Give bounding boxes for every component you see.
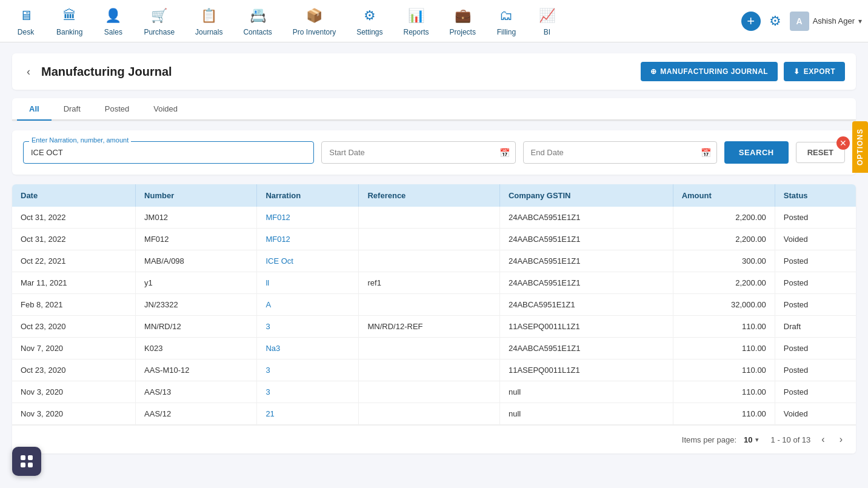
chevron-down-icon: ▾ xyxy=(858,17,862,25)
user-avatar: A xyxy=(790,12,809,31)
tab-voided[interactable]: Voided xyxy=(141,98,190,121)
gear-icon[interactable]: ⚙ xyxy=(769,13,781,29)
search-button[interactable]: SEARCH xyxy=(724,141,789,164)
start-date-input[interactable] xyxy=(321,141,515,164)
per-page-value: 10 xyxy=(744,435,752,444)
cell-gstin: null xyxy=(499,381,673,403)
nav-label-contacts: Contacts xyxy=(243,28,272,36)
col-number: Number xyxy=(136,184,257,207)
cell-narration[interactable]: 3 xyxy=(257,359,359,381)
cell-narration[interactable]: 3 xyxy=(257,316,359,338)
cell-amount: 110.00 xyxy=(673,381,775,403)
page-info: 1 - 10 of 13 xyxy=(771,435,811,444)
per-page-select[interactable]: 10 ▾ xyxy=(744,435,758,444)
table-header-row: Date Number Narration Reference Company … xyxy=(12,184,856,207)
cell-status: Posted xyxy=(775,250,856,272)
top-nav: 🖥 Desk 🏛 Banking 👤 Sales 🛒 Purchase 📋 Jo… xyxy=(0,0,868,42)
cell-amount: 300.00 xyxy=(673,250,775,272)
add-button[interactable]: + xyxy=(741,12,761,31)
banking-icon: 🏛 xyxy=(60,6,79,25)
cell-gstin: 24AABCA5951E1Z1 xyxy=(499,229,673,250)
next-page-button[interactable]: › xyxy=(836,433,846,446)
nav-item-contacts[interactable]: 📇 Contacts xyxy=(233,1,281,41)
grid-icon-button[interactable] xyxy=(12,447,41,476)
col-gstin: Company GSTIN xyxy=(499,184,673,207)
nav-item-bi[interactable]: 📈 BI xyxy=(527,1,567,41)
pro-inventory-icon: 📦 xyxy=(304,6,324,25)
tab-posted[interactable]: Posted xyxy=(93,98,141,121)
cell-narration[interactable]: MF012 xyxy=(257,229,359,250)
cell-status: Draft xyxy=(775,316,856,338)
nav-label-journals: Journals xyxy=(195,28,222,36)
cell-number: AAS/12 xyxy=(136,403,257,425)
cell-reference xyxy=(359,338,499,359)
nav-item-pro-inventory[interactable]: 📦 Pro Inventory xyxy=(283,1,346,41)
cell-amount: 2,200.00 xyxy=(673,272,775,294)
cell-narration[interactable]: A xyxy=(257,294,359,316)
nav-item-purchase[interactable]: 🛒 Purchase xyxy=(134,1,184,41)
page-header-right: ⊕ MANUFACTURING JOURNAL ⬇ EXPORT xyxy=(641,62,845,81)
table-row: Oct 31, 2022JM012MF01224AABCA5951E1Z12,2… xyxy=(12,207,856,229)
cell-narration[interactable]: ll xyxy=(257,272,359,294)
cell-date: Oct 31, 2022 xyxy=(12,207,136,229)
page-header: ‹ Manufacturing Journal ⊕ MANUFACTURING … xyxy=(12,53,856,90)
table-row: Feb 8, 2021JN/23322A24ABCA5951E1Z132,000… xyxy=(12,294,856,316)
start-date-wrap: 📅 xyxy=(321,141,515,164)
cell-amount: 110.00 xyxy=(673,338,775,359)
nav-label-settings: Settings xyxy=(356,28,382,36)
nav-item-sales[interactable]: 👤 Sales xyxy=(93,1,133,41)
cell-gstin: 24ABCA5951E1Z1 xyxy=(499,294,673,316)
cell-narration[interactable]: 3 xyxy=(257,381,359,403)
tab-draft[interactable]: Draft xyxy=(52,98,93,121)
table-row: Oct 23, 2020AAS-M10-12311ASEPQ0011L1Z111… xyxy=(12,359,856,381)
nav-label-bi: BI xyxy=(544,28,550,36)
journals-icon: 📋 xyxy=(199,6,219,25)
purchase-icon: 🛒 xyxy=(150,6,169,25)
nav-right: + ⚙ A Ashish Ager ▾ xyxy=(741,12,862,31)
end-date-input[interactable] xyxy=(523,141,717,164)
export-button[interactable]: ⬇ EXPORT xyxy=(784,62,845,81)
user-menu[interactable]: A Ashish Ager ▾ xyxy=(790,12,862,31)
search-row: Enter Narration, number, amount 📅 📅 SEAR… xyxy=(23,141,845,164)
grid-dots-icon xyxy=(21,455,33,467)
tab-all[interactable]: All xyxy=(17,98,52,121)
nav-label-sales: Sales xyxy=(104,28,122,36)
nav-item-settings[interactable]: ⚙ Settings xyxy=(347,1,392,41)
narration-input[interactable] xyxy=(23,141,314,164)
nav-item-journals[interactable]: 📋 Journals xyxy=(185,1,232,41)
manufacturing-journal-button[interactable]: ⊕ MANUFACTURING JOURNAL xyxy=(641,62,778,81)
nav-item-banking[interactable]: 🏛 Banking xyxy=(47,1,92,41)
page-header-left: ‹ Manufacturing Journal xyxy=(23,64,172,79)
nav-items: 🖥 Desk 🏛 Banking 👤 Sales 🛒 Purchase 📋 Jo… xyxy=(6,1,741,41)
table-row: Nov 3, 2020AAS/133null110.00Posted xyxy=(12,381,856,403)
cell-reference xyxy=(359,359,499,381)
nav-item-reports[interactable]: 📊 Reports xyxy=(394,1,439,41)
clear-search-button[interactable]: ✕ xyxy=(836,136,850,150)
col-narration: Narration xyxy=(257,184,359,207)
cell-narration[interactable]: ICE Oct xyxy=(257,250,359,272)
table-container: Date Number Narration Reference Company … xyxy=(12,184,856,453)
options-tab[interactable]: OPTIONS xyxy=(852,121,868,173)
cell-date: Nov 3, 2020 xyxy=(12,381,136,403)
export-icon: ⬇ xyxy=(793,67,800,76)
nav-item-desk[interactable]: 🖥 Desk xyxy=(6,1,45,41)
settings-icon: ⚙ xyxy=(360,6,379,25)
filling-icon: 🗂 xyxy=(496,6,516,25)
cell-amount: 2,200.00 xyxy=(673,207,775,229)
cell-status: Posted xyxy=(775,294,856,316)
cell-narration[interactable]: MF012 xyxy=(257,207,359,229)
cell-narration[interactable]: Na3 xyxy=(257,338,359,359)
journal-plus-icon: ⊕ xyxy=(650,67,657,76)
table-row: Oct 23, 2020MN/RD/123MN/RD/12-REF11ASEPQ… xyxy=(12,316,856,338)
nav-item-projects[interactable]: 💼 Projects xyxy=(440,1,486,41)
user-name: Ashish Ager xyxy=(813,16,855,25)
col-amount: Amount xyxy=(673,184,775,207)
cell-narration[interactable]: 21 xyxy=(257,403,359,425)
prev-page-button[interactable]: ‹ xyxy=(818,433,828,446)
cell-amount: 32,000.00 xyxy=(673,294,775,316)
back-button[interactable]: ‹ xyxy=(23,64,34,79)
nav-item-filling[interactable]: 🗂 Filling xyxy=(487,1,526,41)
nav-label-filling: Filling xyxy=(497,28,516,36)
contacts-icon: 📇 xyxy=(248,6,267,25)
cell-date: Feb 8, 2021 xyxy=(12,294,136,316)
